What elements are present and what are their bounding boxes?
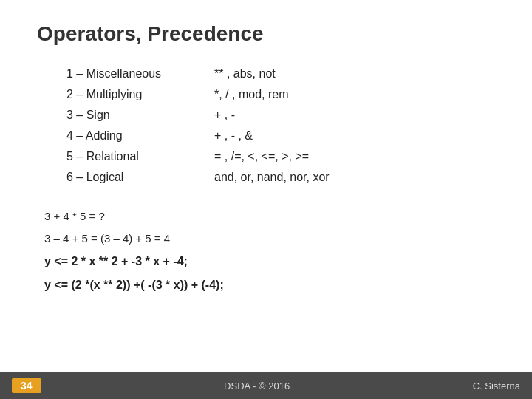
precedence-ops: and, or, nand, nor, xor: [214, 167, 330, 188]
precedence-label: 4 – Adding: [66, 126, 214, 146]
footer-title: DSDA - © 2016: [224, 381, 290, 392]
slide-title: Operators, Precedence: [37, 22, 495, 46]
precedence-row: 1 – Miscellaneous** , abs, not: [66, 64, 495, 84]
precedence-row: 6 – Logicaland, or, nand, nor, xor: [66, 167, 495, 188]
precedence-row: 3 – Sign+ , -: [66, 105, 495, 126]
precedence-label: 6 – Logical: [66, 167, 214, 188]
slide-footer: 34 DSDA - © 2016 C. Sisterna: [0, 372, 532, 399]
precedence-ops: *, / , mod, rem: [214, 84, 288, 105]
example-line: y <= 2 * x ** 2 + -3 * x + -4;: [44, 250, 495, 273]
slide-container: Operators, Precedence 1 – Miscellaneous*…: [0, 0, 532, 399]
precedence-row: 5 – Relational= , /=, <, <=, >, >=: [66, 146, 495, 167]
precedence-ops: + , - , &: [214, 126, 253, 146]
precedence-ops: = , /=, <, <=, >, >=: [214, 146, 309, 167]
slide-content: Operators, Precedence 1 – Miscellaneous*…: [0, 0, 532, 372]
precedence-row: 2 – Multiplying*, / , mod, rem: [66, 84, 495, 105]
example-line: 3 – 4 + 5 = (3 – 4) + 5 = 4: [44, 228, 495, 250]
precedence-label: 3 – Sign: [66, 105, 214, 126]
footer-page-number: 34: [12, 378, 41, 393]
precedence-ops: + , -: [214, 105, 235, 126]
example-line: y <= (2 *(x ** 2)) +( -(3 * x)) + (-4);: [44, 273, 495, 297]
precedence-row: 4 – Adding+ , - , &: [66, 126, 495, 146]
precedence-label: 2 – Multiplying: [66, 84, 214, 105]
precedence-ops: ** , abs, not: [214, 64, 276, 84]
precedence-label: 5 – Relational: [66, 146, 214, 167]
precedence-label: 1 – Miscellaneous: [66, 64, 214, 84]
footer-author: C. Sisterna: [473, 381, 520, 392]
examples-section: 3 + 4 * 5 = ?3 – 4 + 5 = (3 – 4) + 5 = 4…: [44, 205, 495, 297]
example-line: 3 + 4 * 5 = ?: [44, 205, 495, 228]
precedence-table: 1 – Miscellaneous** , abs, not2 – Multip…: [66, 64, 495, 188]
